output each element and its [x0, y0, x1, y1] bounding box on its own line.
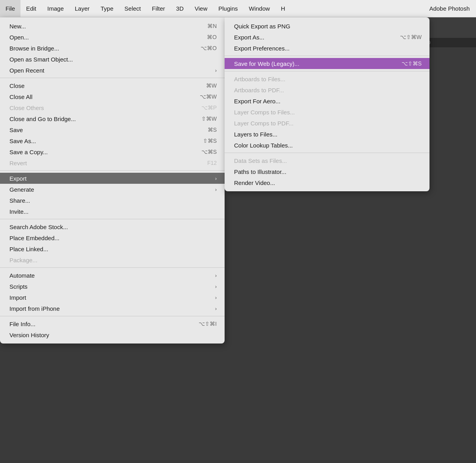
menu-invite[interactable]: Invite...	[0, 206, 225, 217]
menu-share[interactable]: Share...	[0, 195, 225, 206]
menubar-type[interactable]: Type	[95, 0, 119, 17]
export-save-for-web[interactable]: Save for Web (Legacy)... ⌥⇧⌘S	[225, 58, 430, 69]
import-arrow-icon: ›	[215, 295, 217, 301]
menu-import-iphone[interactable]: Import from iPhone ›	[0, 303, 225, 314]
menu-search-stock[interactable]: Search Adobe Stock...	[0, 221, 225, 232]
menu-revert[interactable]: Revert F12	[0, 157, 225, 168]
menu-scripts[interactable]: Scripts ›	[0, 281, 225, 292]
menu-generate[interactable]: Generate ›	[0, 184, 225, 195]
menu-browse-bridge[interactable]: Browse in Bridge... ⌥⌘O	[0, 43, 225, 54]
menu-place-embedded[interactable]: Place Embedded...	[0, 232, 225, 243]
menubar-3d[interactable]: 3D	[171, 0, 189, 17]
menu-file-info[interactable]: File Info... ⌥⇧⌘I	[0, 318, 225, 329]
scripts-arrow-icon: ›	[215, 284, 217, 289]
menubar: File Edit Image Layer Type Select Filter…	[0, 0, 476, 17]
app-title: Adobe Photosh	[429, 5, 476, 12]
menubar-help[interactable]: H	[275, 0, 291, 17]
export-submenu: Quick Export as PNG Export As... ⌥⇧⌘W Ex…	[225, 17, 430, 191]
menubar-edit[interactable]: Edit	[20, 0, 42, 17]
menu-new[interactable]: New... ⌘N	[0, 21, 225, 32]
menu-close[interactable]: Close ⌘W	[0, 80, 225, 91]
separator-4	[0, 267, 225, 268]
menubar-select[interactable]: Select	[119, 0, 147, 17]
menu-open-smart-object[interactable]: Open as Smart Object...	[0, 54, 225, 65]
menu-version-history[interactable]: Version History	[0, 329, 225, 340]
export-paths-illustrator[interactable]: Paths to Illustrator...	[225, 166, 430, 177]
export-data-sets[interactable]: Data Sets as Files...	[225, 155, 430, 166]
export-color-lookup-tables[interactable]: Color Lookup Tables...	[225, 140, 430, 151]
export-layer-comps-files[interactable]: Layer Comps to Files...	[225, 106, 430, 118]
automate-arrow-icon: ›	[215, 273, 217, 278]
separator-1	[0, 78, 225, 78]
separator-3	[0, 219, 225, 219]
menu-close-go-bridge[interactable]: Close and Go to Bridge... ⇧⌘W	[0, 113, 225, 124]
export-artboards-pdf[interactable]: Artboards to PDF...	[225, 84, 430, 95]
menu-import[interactable]: Import ›	[0, 292, 225, 303]
menubar-layer[interactable]: Layer	[69, 0, 95, 17]
menubar-file[interactable]: File	[0, 0, 20, 17]
menu-save-as[interactable]: Save As... ⇧⌘S	[0, 135, 225, 146]
menu-save[interactable]: Save ⌘S	[0, 124, 225, 135]
open-recent-arrow-icon: ›	[215, 67, 217, 73]
menu-package[interactable]: Package...	[0, 254, 225, 265]
export-artboards-files[interactable]: Artboards to Files...	[225, 73, 430, 84]
menubar-image[interactable]: Image	[42, 0, 69, 17]
export-layer-comps-pdf[interactable]: Layer Comps to PDF...	[225, 118, 430, 129]
menu-save-copy[interactable]: Save a Copy... ⌥⌘S	[0, 146, 225, 157]
separator-5	[0, 316, 225, 316]
menu-close-others[interactable]: Close Others ⌥⌘P	[0, 102, 225, 113]
menu-close-all[interactable]: Close All ⌥⌘W	[0, 91, 225, 102]
export-sep-3	[225, 153, 430, 153]
export-as[interactable]: Export As... ⌥⇧⌘W	[225, 32, 430, 43]
file-menu: New... ⌘N Open... ⌘O Browse in Bridge...…	[0, 17, 225, 344]
export-layers-to-files[interactable]: Layers to Files...	[225, 129, 430, 140]
menubar-plugins[interactable]: Plugins	[213, 0, 243, 17]
menubar-view[interactable]: View	[189, 0, 213, 17]
menubar-filter[interactable]: Filter	[147, 0, 171, 17]
export-sep-2	[225, 71, 430, 71]
menu-open[interactable]: Open... ⌘O	[0, 32, 225, 43]
menu-export[interactable]: Export ›	[0, 173, 225, 184]
separator-2	[0, 170, 225, 171]
menu-automate[interactable]: Automate ›	[0, 270, 225, 281]
export-quick-png[interactable]: Quick Export as PNG	[225, 21, 430, 32]
export-arrow-icon: ›	[215, 175, 217, 181]
export-sep-1	[225, 56, 430, 56]
import-iphone-arrow-icon: ›	[215, 306, 217, 312]
menu-place-linked[interactable]: Place Linked...	[0, 243, 225, 254]
export-for-aero[interactable]: Export For Aero...	[225, 95, 430, 106]
menu-open-recent[interactable]: Open Recent ›	[0, 65, 225, 76]
generate-arrow-icon: ›	[215, 187, 217, 192]
menubar-window[interactable]: Window	[243, 0, 275, 17]
export-preferences[interactable]: Export Preferences...	[225, 43, 430, 54]
export-render-video[interactable]: Render Video...	[225, 177, 430, 188]
